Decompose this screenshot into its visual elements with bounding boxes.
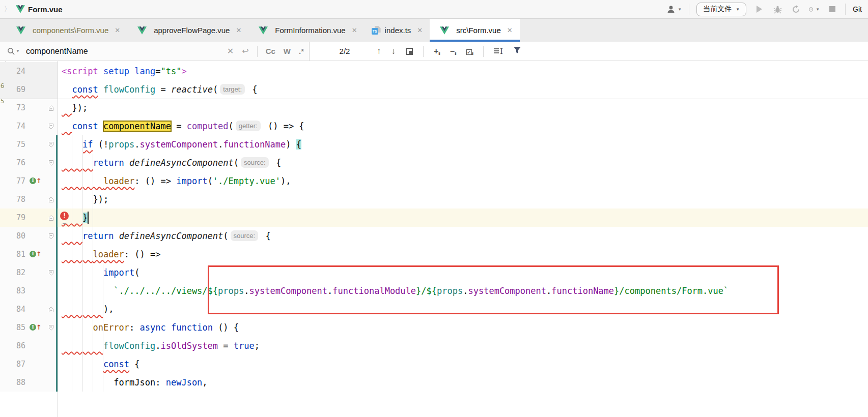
debug-button[interactable]	[772, 4, 783, 15]
tab-close-icon[interactable]: ✕	[115, 26, 120, 34]
toolbar-separator	[845, 4, 846, 15]
fold-up-icon[interactable]	[48, 196, 54, 202]
multiline-search-icon[interactable]: ↩	[242, 46, 248, 56]
search-in-selection-button[interactable]	[406, 48, 413, 55]
vue-file-icon	[440, 26, 449, 35]
coverage-button[interactable]	[790, 4, 801, 15]
fold-down-icon[interactable]	[48, 232, 54, 239]
tab-close-icon[interactable]: ✕	[352, 26, 357, 34]
clear-search-icon[interactable]: ✕	[227, 46, 234, 56]
code-token: const	[72, 121, 98, 131]
toolbar-separator	[689, 4, 689, 15]
regex-toggle[interactable]: .*	[299, 47, 304, 55]
next-match-button[interactable]: ↓	[391, 46, 396, 56]
tab-approveflowpage-vue[interactable]: approveFlowPage.vue✕	[127, 19, 248, 42]
code-text[interactable]: onError: async function () {	[58, 318, 868, 337]
code-editor[interactable]: 24<script setup lang="ts">69 const flowC…	[0, 61, 868, 417]
code-token	[124, 158, 129, 168]
code-text[interactable]: return defineAsyncComponent(source: {	[58, 154, 868, 172]
separator	[483, 46, 484, 57]
add-occurrence-button[interactable]: +II	[434, 47, 440, 56]
chevron-down-icon: ▼	[816, 7, 820, 12]
code-text[interactable]: ! }	[58, 208, 868, 227]
code-token: onError	[93, 322, 129, 333]
parameter-hint: source:	[241, 157, 269, 168]
code-text[interactable]: ),	[58, 300, 868, 318]
funnel-icon	[513, 46, 521, 54]
chevron-down-icon: ▼	[736, 7, 740, 12]
search-query-text[interactable]: componentName	[26, 47, 88, 56]
filter-lines-button[interactable]: I	[494, 47, 503, 56]
code-text[interactable]: });	[58, 190, 868, 208]
code-token: () {	[213, 322, 239, 333]
line-number: 88	[0, 373, 25, 392]
code-token: )	[286, 139, 296, 150]
search-input[interactable]: ▼ componentName ✕ ↩ Cc W .*	[0, 42, 310, 61]
vcs-change-marker[interactable]	[56, 135, 58, 392]
code-text[interactable]: import(	[58, 263, 868, 282]
code-text[interactable]: flowConfig.isOldSystem = true;	[58, 337, 868, 355]
code-text[interactable]: const {	[58, 355, 868, 373]
fold-down-icon[interactable]	[48, 159, 54, 166]
code-token: /components/Form.vue`	[619, 286, 729, 296]
user-profile-button[interactable]: ▼	[666, 5, 682, 13]
profiler-button[interactable]: ▼	[808, 4, 820, 15]
code-token	[62, 249, 93, 259]
implementing-member-icon[interactable]: I↑	[30, 177, 42, 184]
tab-forminformation-vue[interactable]: FormInformation.vue✕	[248, 19, 364, 42]
whole-words-toggle[interactable]: W	[284, 47, 291, 55]
code-token: props	[108, 139, 134, 150]
run-button[interactable]	[753, 4, 765, 15]
fold-down-icon[interactable]	[48, 269, 54, 276]
ts-badge: TS	[372, 28, 378, 35]
code-token: './Empty.vue'	[213, 176, 281, 186]
tab-close-icon[interactable]: ✕	[417, 26, 423, 34]
match-case-toggle[interactable]: Cc	[266, 47, 275, 55]
parameter-hint: source:	[231, 230, 259, 241]
tab-close-icon[interactable]: ✕	[507, 26, 513, 34]
search-icon[interactable]: ▼	[7, 47, 20, 55]
code-token: }	[614, 286, 619, 296]
code-text[interactable]: const flowConfig = reactive(target: {	[58, 80, 868, 99]
gutter: 78	[0, 190, 58, 208]
code-token: "ts"	[161, 66, 182, 76]
fold-up-icon[interactable]	[48, 104, 54, 111]
tab-components-form-vue[interactable]: components\Form.vue✕	[6, 19, 127, 42]
code-text[interactable]: loader: () => import('./Empty.vue'),	[58, 172, 868, 190]
code-text[interactable]: loader: () =>	[58, 245, 868, 263]
implementing-member-icon[interactable]: I↑	[30, 251, 42, 257]
fold-down-icon[interactable]	[48, 141, 54, 147]
run-configuration-selector[interactable]: 当前文件 ▼	[696, 3, 746, 16]
error-lamp-icon[interactable]: !	[60, 212, 69, 220]
code-text[interactable]: formJson: newJson,	[58, 373, 868, 392]
code-text[interactable]: return defineAsyncComponent(source: {	[58, 227, 868, 245]
stop-button[interactable]	[827, 4, 838, 15]
filter-search-results-button[interactable]	[513, 46, 521, 56]
occurrence-suffix: II	[472, 51, 473, 56]
code-line-80: 80 return defineAsyncComponent(source: {	[0, 227, 868, 245]
fold-up-icon[interactable]	[48, 214, 54, 221]
code-text[interactable]: `./../../../views/${props.systemComponen…	[58, 282, 868, 300]
fold-up-icon[interactable]	[48, 306, 54, 312]
select-all-occurrences-button[interactable]: ✓II	[466, 47, 473, 56]
tab-src-form-vue[interactable]: src\Form.vue✕	[430, 19, 519, 42]
code-text[interactable]: if (!props.systemComponent.functionName)…	[58, 135, 868, 154]
implementing-member-icon[interactable]: I↑	[30, 324, 42, 331]
code-text[interactable]: <script setup lang="ts">	[58, 62, 868, 80]
previous-match-button[interactable]: ↑	[377, 46, 381, 56]
git-widget[interactable]: Git	[853, 5, 862, 13]
code-text[interactable]: const componentName = computed(getter: (…	[58, 117, 868, 135]
code-token: }/	[416, 286, 426, 296]
code-text[interactable]: });	[58, 99, 868, 117]
fold-down-icon[interactable]	[48, 324, 54, 331]
chevron-down-icon: ▼	[16, 49, 20, 53]
line-number: 81	[0, 245, 25, 263]
separator	[423, 46, 424, 57]
tab-close-icon[interactable]: ✕	[236, 26, 241, 34]
remove-occurrence-button[interactable]: −II	[450, 47, 456, 56]
gutter: 88	[0, 373, 58, 392]
fold-down-icon[interactable]	[48, 123, 54, 129]
occurrence-suffix: II	[455, 51, 456, 56]
tab-index-ts[interactable]: TSindex.ts✕	[365, 19, 430, 42]
code-token: defineAsyncComponent	[129, 158, 234, 168]
